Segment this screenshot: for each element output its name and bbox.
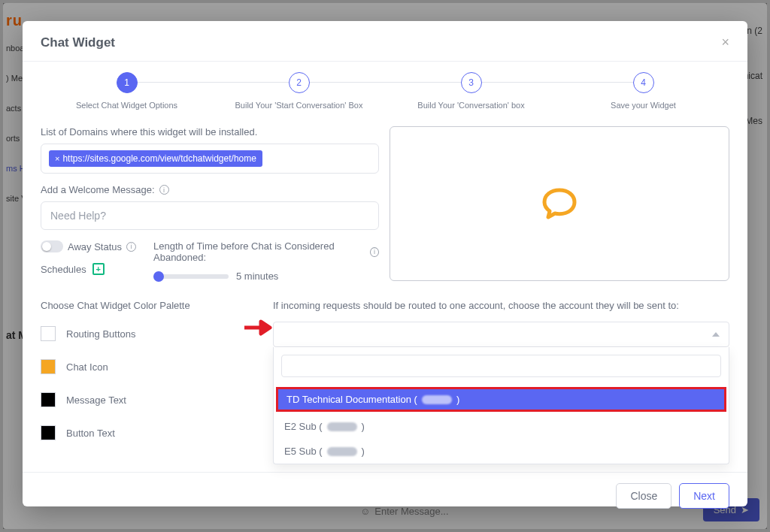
step-circle: 2	[289, 72, 310, 93]
modal-body: 1 Select Chat Widget Options 2 Build You…	[23, 62, 747, 472]
palette-message-text[interactable]: Message Text	[41, 392, 262, 407]
modal-header: Chat Widget ×	[23, 21, 747, 62]
remove-chip-icon[interactable]: ×	[55, 154, 59, 163]
abandon-slider[interactable]	[153, 274, 229, 279]
chat-icon	[541, 187, 578, 220]
option-label: E2 Sub (	[284, 421, 323, 432]
palette-title: Choose Chat Widget Color Palette	[41, 300, 262, 311]
abandon-label: Length of Time before Chat is Considered…	[153, 240, 365, 263]
step-label: Select Chat Widget Options	[76, 101, 177, 110]
option-label: TD Technical Documentation (	[286, 394, 417, 405]
calendar-add-icon[interactable]	[92, 263, 105, 275]
option-label-end: )	[456, 394, 459, 405]
color-swatch[interactable]	[41, 425, 56, 440]
color-swatch[interactable]	[41, 359, 56, 374]
widget-preview	[390, 126, 729, 281]
dropdown-search-wrap	[274, 347, 729, 385]
step-1[interactable]: 1 Select Chat Widget Options	[41, 72, 213, 110]
info-icon[interactable]: i	[370, 247, 379, 257]
welcome-input[interactable]: Need Help?	[41, 201, 379, 230]
modal-footer: Close Next	[23, 472, 747, 519]
chevron-up-icon	[712, 332, 720, 337]
palette-button-text[interactable]: Button Text	[41, 425, 262, 440]
step-3[interactable]: 3 Build Your 'Conversation' box	[385, 72, 557, 110]
routing-account-select[interactable]	[273, 322, 729, 347]
domains-input[interactable]: × https://sites.google.com/view/tdchatwi…	[41, 144, 379, 174]
domain-chip[interactable]: × https://sites.google.com/view/tdchatwi…	[49, 150, 262, 167]
redacted-text	[327, 447, 357, 456]
step-label: Build Your 'Start Conversation' Box	[235, 101, 363, 110]
step-label: Save your Widget	[611, 101, 676, 110]
wizard-steps: 1 Select Chat Widget Options 2 Build You…	[41, 72, 729, 110]
option-label: E5 Sub (	[284, 446, 323, 457]
routing-account-dropdown: TD Technical Documentation ( ) E2 Sub ( …	[273, 347, 729, 464]
option-label-end: )	[362, 421, 365, 432]
next-button[interactable]: Next	[679, 483, 729, 509]
step-label: Build Your 'Conversation' box	[417, 101, 524, 110]
schedules-label: Schedules	[41, 264, 86, 275]
palette-chat-icon[interactable]: Chat Icon	[41, 359, 262, 374]
redacted-text	[327, 422, 357, 431]
away-status-toggle[interactable]	[41, 240, 63, 252]
dropdown-search-input[interactable]	[281, 355, 721, 377]
step-circle: 4	[633, 72, 654, 93]
modal-title: Chat Widget	[41, 35, 115, 50]
step-2[interactable]: 2 Build Your 'Start Conversation' Box	[213, 72, 385, 110]
palette-label: Button Text	[66, 428, 115, 439]
color-swatch[interactable]	[41, 326, 56, 341]
abandon-value: 5 minutes	[236, 271, 278, 282]
welcome-label-text: Add a Welcome Message:	[41, 184, 155, 195]
palette-label: Routing Buttons	[66, 328, 136, 340]
close-icon[interactable]: ×	[721, 35, 729, 50]
domains-label: List of Domains where this widget will b…	[41, 126, 379, 138]
welcome-label: Add a Welcome Message: i	[41, 184, 379, 195]
option-label-end: )	[362, 446, 365, 457]
step-circle: 3	[461, 72, 482, 93]
routing-account-label: If incoming requests should be routed to…	[273, 300, 729, 311]
close-button[interactable]: Close	[616, 483, 671, 509]
dropdown-option[interactable]: E2 Sub ( )	[274, 414, 729, 439]
chat-widget-modal: Chat Widget × 1 Select Chat Widget Optio…	[23, 21, 747, 506]
domain-chip-label: https://sites.google.com/view/tdchatwidg…	[62, 153, 256, 164]
dropdown-option[interactable]: E5 Sub ( )	[274, 439, 729, 464]
palette-label: Chat Icon	[66, 361, 108, 373]
color-swatch[interactable]	[41, 392, 56, 407]
info-icon[interactable]: i	[126, 242, 136, 252]
callout-arrow-icon	[243, 319, 273, 336]
palette-label: Message Text	[66, 394, 126, 406]
info-icon[interactable]: i	[159, 185, 169, 195]
dropdown-option-selected[interactable]: TD Technical Documentation ( )	[274, 385, 729, 414]
step-circle: 1	[117, 72, 138, 93]
away-status-label: Away Status	[68, 241, 122, 252]
step-4[interactable]: 4 Save your Widget	[557, 72, 729, 110]
redacted-text	[422, 395, 452, 404]
palette-routing-buttons[interactable]: Routing Buttons	[41, 326, 262, 341]
